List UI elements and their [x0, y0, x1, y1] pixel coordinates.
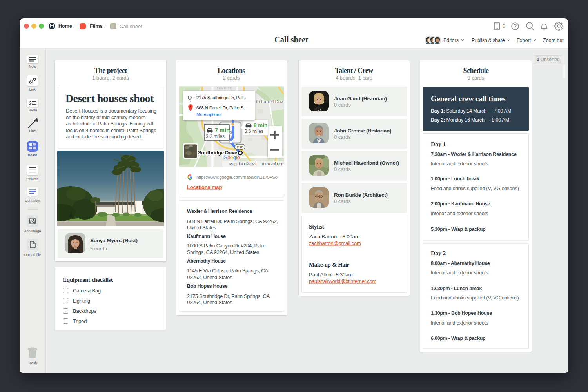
- svg-text:Map data ©2021: Map data ©2021: [229, 162, 257, 166]
- svg-text:th Farrell Driv: th Farrell Driv: [256, 99, 283, 104]
- svg-text:0: 0: [503, 24, 505, 29]
- svg-text:3.2 miles: 3.2 miles: [206, 134, 225, 139]
- svg-text:8 min: 8 min: [254, 122, 267, 128]
- svg-text:Terms of Use: Terms of Use: [261, 162, 283, 166]
- svg-text:3.6 miles: 3.6 miles: [245, 129, 263, 134]
- svg-text:Google: Google: [223, 154, 240, 160]
- svg-text:7 min: 7 min: [215, 127, 230, 133]
- svg-text:SUNRISE: SUNRISE: [217, 87, 232, 90]
- svg-text:111B: 111B: [236, 145, 243, 149]
